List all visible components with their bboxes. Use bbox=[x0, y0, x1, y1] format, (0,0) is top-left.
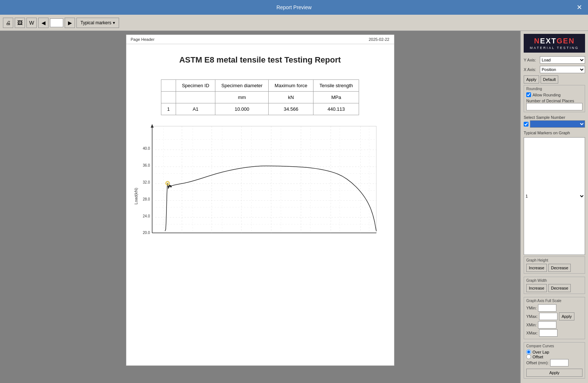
svg-text:32.0: 32.0 bbox=[143, 180, 150, 184]
offset-radio[interactable] bbox=[526, 354, 531, 359]
typical-markers-button[interactable]: Typical markers ▾ bbox=[76, 18, 119, 28]
table-header-row: Specimen ID Specimen diameter Maximum fo… bbox=[161, 80, 359, 92]
decimal-places-input[interactable]: 3 bbox=[526, 103, 582, 110]
graph-height-increase-button[interactable]: Increase bbox=[526, 264, 547, 272]
svg-text:28.0: 28.0 bbox=[143, 197, 150, 201]
typical-markers-chevron: ▾ bbox=[113, 20, 115, 25]
table-row: 1 A1 10.000 34.566 440.113 bbox=[161, 103, 359, 115]
main-area: Page Header 2025-02-22 ASTM E8 metal ten… bbox=[0, 31, 588, 383]
rounding-title: Rounding bbox=[526, 87, 582, 91]
select-sample-section: Select Sample Number bbox=[524, 115, 585, 128]
svg-text:40.0: 40.0 bbox=[143, 146, 150, 150]
xmax-input[interactable]: 29.3 bbox=[539, 329, 557, 337]
allow-rounding-label: Allow Rounding bbox=[533, 93, 560, 97]
typical-markers-label: Typical markers bbox=[80, 20, 111, 25]
overlap-radio[interactable] bbox=[526, 350, 531, 354]
specimen-diameter: 10.000 bbox=[215, 103, 269, 115]
offset-mm-row: Offset (mm): 1 bbox=[526, 359, 582, 366]
graph-width-increase-button[interactable]: Increase bbox=[526, 284, 547, 292]
graph-width-section: Graph Width Increase Decrease bbox=[524, 277, 585, 294]
overlap-row: Over Lap bbox=[526, 350, 582, 354]
x-axis-select[interactable]: Position bbox=[540, 66, 585, 73]
xmin-row: XMin: 0.0 bbox=[526, 321, 582, 329]
ymin-row: YMin: 0.0 bbox=[526, 304, 582, 312]
print-button[interactable]: 🖨 bbox=[3, 18, 13, 28]
offset-mm-input[interactable]: 1 bbox=[550, 359, 569, 366]
allow-rounding-row: Allow Rounding bbox=[526, 92, 582, 97]
col-header-4: Tensile strength bbox=[313, 80, 359, 92]
next-page-button[interactable]: ▶ bbox=[65, 18, 75, 28]
data-table: Specimen ID Specimen diameter Maximum fo… bbox=[161, 79, 359, 115]
overlap-label: Over Lap bbox=[533, 350, 549, 354]
compare-curves-title: Compare Curves bbox=[526, 344, 582, 348]
ymax-label: YMax: bbox=[526, 314, 538, 319]
col-header-3: Maximum force bbox=[269, 80, 313, 92]
graph-height-decrease-button[interactable]: Decrease bbox=[548, 264, 571, 272]
report-page: Page Header 2025-02-22 ASTM E8 metal ten… bbox=[126, 35, 394, 366]
graph-width-title: Graph Width bbox=[526, 279, 582, 283]
ymin-label: YMin: bbox=[526, 306, 537, 310]
svg-text:Load(kN): Load(kN) bbox=[134, 188, 138, 204]
sample-select[interactable] bbox=[530, 120, 585, 128]
offset-row: Offset bbox=[526, 354, 582, 359]
logo-text: NEXTGEN bbox=[527, 37, 582, 45]
page-input[interactable]: 1/1 bbox=[50, 18, 63, 27]
xmax-row: XMax: 29.3 bbox=[526, 329, 582, 337]
logo-next: N bbox=[534, 37, 540, 45]
xmax-label: XMax: bbox=[526, 331, 538, 335]
page-header-left: Page Header bbox=[131, 37, 155, 42]
tensile-strength: 440.113 bbox=[313, 103, 359, 115]
allow-rounding-checkbox[interactable] bbox=[526, 92, 531, 97]
compare-apply-button[interactable]: Apply bbox=[526, 369, 582, 377]
col-header-0 bbox=[161, 80, 176, 92]
offset-mm-label: Offset (mm): bbox=[526, 361, 549, 365]
logo-subtitle: MATERIAL TESTING bbox=[527, 46, 582, 50]
title-bar: Report Preview ✕ bbox=[0, 0, 588, 15]
graph-height-title: Graph Height bbox=[526, 258, 582, 262]
svg-rect-1 bbox=[152, 126, 376, 233]
ymax-input[interactable]: 41.5 bbox=[539, 313, 557, 320]
graph-width-buttons: Increase Decrease bbox=[526, 284, 582, 292]
axis-default-button[interactable]: Default bbox=[541, 75, 559, 84]
graph-width-decrease-button[interactable]: Decrease bbox=[548, 284, 571, 292]
graph-axis-section: Graph Axis Full Scale YMin: 0.0 YMax: 41… bbox=[524, 297, 585, 339]
logo-gen: GEN bbox=[557, 37, 575, 45]
compare-curves-section: Compare Curves Over Lap Offset Offset (m… bbox=[524, 342, 585, 379]
unit-3: kN bbox=[269, 92, 313, 103]
ymin-input[interactable]: 0.0 bbox=[538, 304, 556, 312]
unit-0 bbox=[161, 92, 176, 103]
svg-text:36.0: 36.0 bbox=[143, 163, 150, 167]
graph-axis-title: Graph Axis Full Scale bbox=[526, 299, 582, 303]
select-sample-label: Select Sample Number bbox=[524, 115, 585, 120]
col-header-1: Specimen ID bbox=[176, 80, 215, 92]
nextgen-logo: NEXTGEN MATERIAL TESTING bbox=[524, 34, 585, 53]
table-units-row: mm kN MPa bbox=[161, 92, 359, 103]
xmin-label: XMin: bbox=[526, 323, 537, 327]
close-button[interactable]: ✕ bbox=[575, 3, 584, 12]
prev-page-button[interactable]: ◀ bbox=[38, 18, 49, 28]
graph-height-buttons: Increase Decrease bbox=[526, 264, 582, 272]
x-axis-row: X Axis: Position bbox=[524, 66, 585, 73]
row-num: 1 bbox=[161, 103, 176, 115]
y-axis-select[interactable]: Load bbox=[540, 56, 585, 64]
y-axis-row: Y Axis: Load bbox=[524, 56, 585, 64]
load-chart: 20.0 24.0 28.0 32.0 36.0 40.0 bbox=[134, 123, 384, 248]
specimen-id: A1 bbox=[176, 103, 215, 115]
export-image-button[interactable]: 🖼 bbox=[15, 18, 25, 28]
axis-buttons-row: Apply Default bbox=[524, 75, 585, 84]
decimal-places-label: Number of Decimal Places bbox=[526, 99, 582, 103]
svg-text:24.0: 24.0 bbox=[143, 214, 150, 218]
export-word-button[interactable]: W bbox=[26, 18, 37, 28]
sample-checkbox[interactable] bbox=[524, 122, 528, 127]
rounding-section: Rounding Allow Rounding Number of Decima… bbox=[524, 85, 585, 112]
svg-text:20.0: 20.0 bbox=[143, 231, 150, 235]
window-title: Report Preview bbox=[276, 4, 312, 10]
graph-axis-apply-button[interactable]: Apply bbox=[559, 312, 574, 320]
xmin-input[interactable]: 0.0 bbox=[538, 321, 556, 329]
typical-markers-section: Typical Markers on Graph bbox=[524, 131, 585, 135]
right-panel: NEXTGEN MATERIAL TESTING Y Axis: Load X … bbox=[520, 31, 588, 383]
offset-label: Offset bbox=[533, 355, 543, 359]
typical-markers-select[interactable]: 1 bbox=[524, 137, 585, 255]
document-area: Page Header 2025-02-22 ASTM E8 metal ten… bbox=[0, 31, 520, 383]
axis-apply-button[interactable]: Apply bbox=[524, 75, 539, 84]
